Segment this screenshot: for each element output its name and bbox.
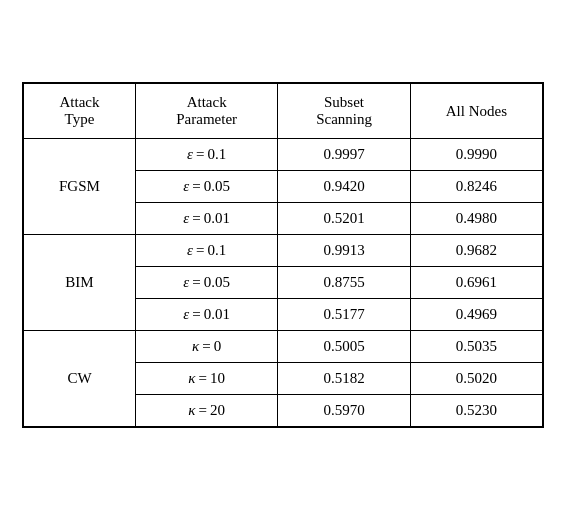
table-row-subset: 0.9913 <box>278 235 410 267</box>
table-row-all-nodes: 0.9990 <box>410 139 542 171</box>
table-row-all-nodes: 0.5035 <box>410 331 542 363</box>
table-row-all-nodes: 0.9682 <box>410 235 542 267</box>
table-row-param: ε = 0.1 <box>135 139 277 171</box>
table-row-all-nodes: 0.8246 <box>410 171 542 203</box>
table-row-all-nodes: 0.4969 <box>410 299 542 331</box>
attack-type-cw: CW <box>24 331 136 427</box>
table-row-param: ε = 0.1 <box>135 235 277 267</box>
table-row-subset: 0.5177 <box>278 299 410 331</box>
attack-type-fgsm: FGSM <box>24 139 136 235</box>
header-attack-line1: Attack <box>59 94 99 110</box>
table-row-param: κ = 20 <box>135 395 277 427</box>
table-row-all-nodes: 0.5230 <box>410 395 542 427</box>
table-row-all-nodes: 0.6961 <box>410 267 542 299</box>
attack-type-bim: BIM <box>24 235 136 331</box>
header-param-line2: Parameter <box>176 111 237 127</box>
col-header-subset-scanning: Subset Scanning <box>278 84 410 139</box>
table-row-subset: 0.5182 <box>278 363 410 395</box>
col-header-all-nodes: All Nodes <box>410 84 542 139</box>
table-row-subset: 0.9420 <box>278 171 410 203</box>
table-row-param: κ = 0 <box>135 331 277 363</box>
header-param-line1: Attack <box>187 94 227 110</box>
table-container: Attack Type Attack Parameter Subset Scan… <box>22 82 544 428</box>
col-header-attack-param: Attack Parameter <box>135 84 277 139</box>
header-attack-line2: Type <box>65 111 95 127</box>
table-row-subset: 0.5970 <box>278 395 410 427</box>
col-header-attack-type: Attack Type <box>24 84 136 139</box>
table-row-param: ε = 0.01 <box>135 203 277 235</box>
table-row-param: ε = 0.01 <box>135 299 277 331</box>
table-row-all-nodes: 0.5020 <box>410 363 542 395</box>
table-row-subset: 0.9997 <box>278 139 410 171</box>
table-row-all-nodes: 0.4980 <box>410 203 542 235</box>
header-subset-line2: Scanning <box>316 111 372 127</box>
table-row-subset: 0.5005 <box>278 331 410 363</box>
table-row-subset: 0.8755 <box>278 267 410 299</box>
table-row-subset: 0.5201 <box>278 203 410 235</box>
header-all-nodes-text: All Nodes <box>446 103 507 119</box>
table-row-param: ε = 0.05 <box>135 171 277 203</box>
results-table: Attack Type Attack Parameter Subset Scan… <box>23 83 543 427</box>
header-subset-line1: Subset <box>324 94 364 110</box>
table-row-param: ε = 0.05 <box>135 267 277 299</box>
table-row-param: κ = 10 <box>135 363 277 395</box>
